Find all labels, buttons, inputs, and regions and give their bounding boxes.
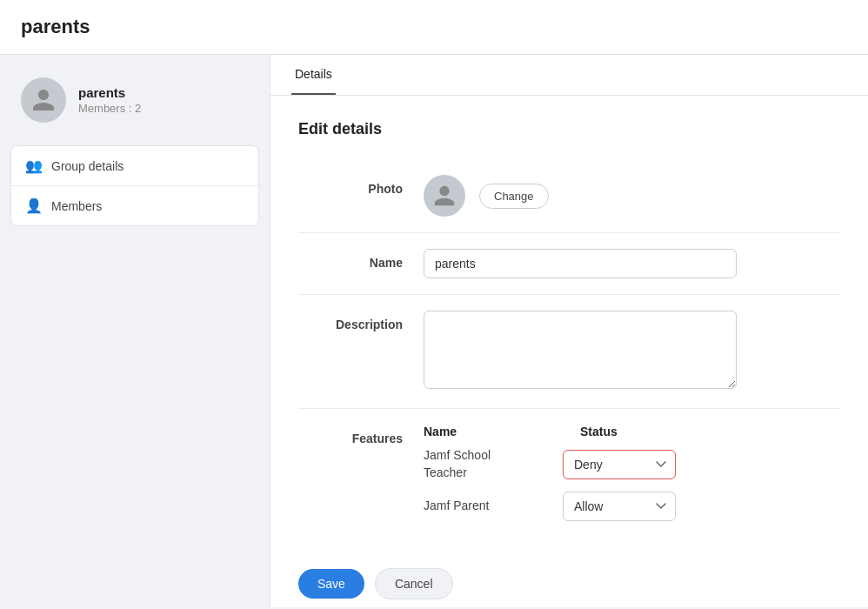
- group-avatar: [21, 77, 66, 123]
- content-body: Edit details Photo Change: [270, 96, 868, 607]
- feature-row-jamf-school-teacher: Jamf SchoolTeacher Allow Deny: [424, 447, 840, 481]
- name-row: Name: [298, 233, 840, 295]
- nav-list: 👥 Group details 👤 Members: [10, 145, 259, 226]
- sidebar-item-group-details[interactable]: 👥 Group details: [11, 146, 258, 186]
- features-table: Name Status Jamf SchoolTeacher Allow Den…: [424, 425, 840, 532]
- tab-details[interactable]: Details: [291, 55, 336, 95]
- feature-status-jamf-parent[interactable]: Allow Deny: [563, 492, 676, 521]
- page-title: parents: [21, 16, 847, 38]
- photo-row: Photo Change: [298, 159, 840, 233]
- content-area: Details Edit details Photo Change: [270, 55, 868, 607]
- name-input[interactable]: [424, 249, 737, 278]
- save-button[interactable]: Save: [298, 569, 364, 599]
- photo-avatar: [424, 175, 465, 217]
- members-icon: 👤: [25, 197, 43, 214]
- group-name: parents: [78, 85, 141, 100]
- description-row: Description: [298, 295, 840, 409]
- main-layout: parents Members : 2 👥 Group details 👤 Me…: [0, 55, 868, 607]
- col-name-header: Name: [424, 425, 563, 438]
- content-tabs: Details: [270, 55, 868, 96]
- group-members: Members : 2: [78, 102, 141, 115]
- name-control: [424, 249, 737, 278]
- feature-name-jamf-parent: Jamf Parent: [424, 498, 545, 515]
- photo-row-inner: Change: [424, 175, 737, 217]
- name-label: Name: [298, 249, 403, 270]
- col-status-header: Status: [580, 425, 618, 438]
- cancel-button[interactable]: Cancel: [375, 568, 453, 599]
- page-header: parents: [0, 0, 868, 55]
- feature-name-jamf-school-teacher: Jamf SchoolTeacher: [424, 447, 545, 481]
- sidebar-item-members[interactable]: 👤 Members: [11, 186, 258, 225]
- group-info: parents Members : 2: [78, 85, 141, 115]
- features-label: Features: [298, 425, 403, 445]
- features-section: Features Name Status Jamf SchoolTeacher …: [298, 409, 840, 547]
- group-details-icon: 👥: [25, 157, 43, 174]
- description-label: Description: [298, 311, 403, 331]
- change-photo-button[interactable]: Change: [479, 184, 549, 209]
- feature-row-jamf-parent: Jamf Parent Allow Deny: [424, 492, 840, 521]
- description-textarea[interactable]: [424, 311, 737, 389]
- photo-control: Change: [424, 175, 737, 217]
- photo-label: Photo: [298, 175, 403, 196]
- section-title: Edit details: [298, 120, 840, 138]
- features-header: Name Status: [424, 425, 840, 438]
- feature-status-jamf-school-teacher[interactable]: Allow Deny: [563, 450, 676, 479]
- sidebar-item-group-details-label: Group details: [51, 159, 124, 173]
- form-footer: Save Cancel: [298, 547, 840, 607]
- sidebar: parents Members : 2 👥 Group details 👤 Me…: [0, 55, 270, 607]
- group-card: parents Members : 2: [10, 69, 259, 131]
- sidebar-item-members-label: Members: [51, 199, 102, 213]
- description-control: [424, 311, 737, 392]
